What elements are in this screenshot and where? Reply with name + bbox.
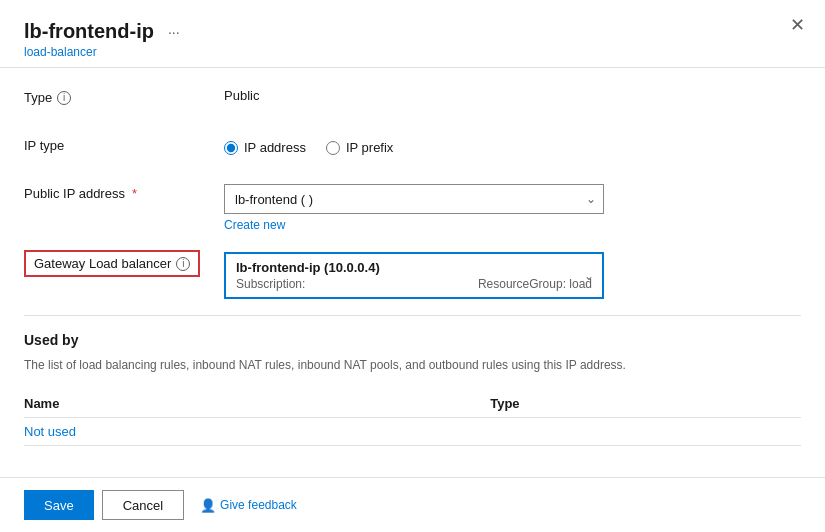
gateway-subscription-row: Subscription: ResourceGroup: load (236, 277, 592, 291)
panel: lb-frontend-ip ··· load-balancer ✕ Type … (0, 0, 825, 532)
ip-type-radio-group: IP address IP prefix (224, 136, 801, 155)
gateway-label-container: Gateway Load balancer i (24, 248, 224, 277)
used-by-table-body: Not used (24, 418, 801, 446)
used-by-section: Used by The list of load balancing rules… (24, 332, 801, 446)
ip-address-label: IP address (244, 140, 306, 155)
gateway-dropdown-inner: lb-frontend-ip (10.0.0.4) Subscription: … (226, 254, 602, 297)
ip-prefix-label: IP prefix (346, 140, 393, 155)
public-ip-dropdown-container: lb-frontend ( ) ⌄ (224, 184, 604, 214)
col-name-header: Name (24, 390, 490, 418)
panel-footer: Save Cancel 👤 Give feedback (0, 477, 825, 532)
gateway-info-icon[interactable]: i (176, 257, 190, 271)
table-cell-name: Not used (24, 418, 490, 446)
close-button[interactable]: ✕ (790, 16, 805, 34)
panel-title: lb-frontend-ip (24, 20, 154, 43)
ip-address-radio[interactable] (224, 141, 238, 155)
section-divider (24, 315, 801, 316)
feedback-label: Give feedback (220, 498, 297, 512)
ip-address-option[interactable]: IP address (224, 140, 306, 155)
panel-body: Type i Public IP type IP address (0, 68, 825, 477)
public-ip-row: Public IP address * lb-frontend ( ) ⌄ Cr… (24, 180, 801, 232)
type-value: Public (224, 84, 801, 103)
panel-header: lb-frontend-ip ··· load-balancer ✕ (0, 0, 825, 68)
table-cell-type (490, 418, 801, 446)
ip-type-label: IP type (24, 132, 224, 153)
type-label: Type i (24, 84, 224, 105)
col-type-header: Type (490, 390, 801, 418)
panel-subtitle: load-balancer (24, 45, 801, 59)
type-info-icon[interactable]: i (57, 91, 71, 105)
gateway-label-box: Gateway Load balancer i (24, 250, 200, 277)
table-row: Not used (24, 418, 801, 446)
feedback-icon: 👤 (200, 498, 216, 513)
gateway-control: lb-frontend-ip (10.0.0.4) Subscription: … (224, 248, 801, 299)
more-options-icon[interactable]: ··· (168, 24, 180, 40)
ip-prefix-option[interactable]: IP prefix (326, 140, 393, 155)
public-ip-label: Public IP address * (24, 180, 224, 201)
gateway-selected-name: lb-frontend-ip (10.0.0.4) (236, 260, 592, 275)
ip-prefix-radio[interactable] (326, 141, 340, 155)
gateway-dropdown[interactable]: lb-frontend-ip (10.0.0.4) Subscription: … (224, 252, 604, 299)
gateway-resource-group: ResourceGroup: load (478, 277, 592, 291)
table-header-row: Name Type (24, 390, 801, 418)
save-button[interactable]: Save (24, 490, 94, 520)
ip-type-control: IP address IP prefix (224, 132, 801, 155)
used-by-description: The list of load balancing rules, inboun… (24, 356, 801, 374)
type-row: Type i Public (24, 84, 801, 116)
used-by-title: Used by (24, 332, 801, 348)
gateway-row: Gateway Load balancer i lb-frontend-ip (… (24, 248, 801, 299)
public-ip-control: lb-frontend ( ) ⌄ Create new (224, 180, 801, 232)
create-new-link[interactable]: Create new (224, 218, 801, 232)
gateway-dropdown-arrow: ⌄ (584, 269, 594, 283)
required-indicator: * (132, 186, 137, 201)
ip-type-row: IP type IP address IP prefix (24, 132, 801, 164)
cancel-button[interactable]: Cancel (102, 490, 184, 520)
gateway-label: Gateway Load balancer (34, 256, 171, 271)
give-feedback-link[interactable]: 👤 Give feedback (200, 498, 297, 513)
used-by-table: Name Type Not used (24, 390, 801, 446)
public-ip-dropdown[interactable]: lb-frontend ( ) (224, 184, 604, 214)
gateway-subscription-label: Subscription: (236, 277, 305, 291)
